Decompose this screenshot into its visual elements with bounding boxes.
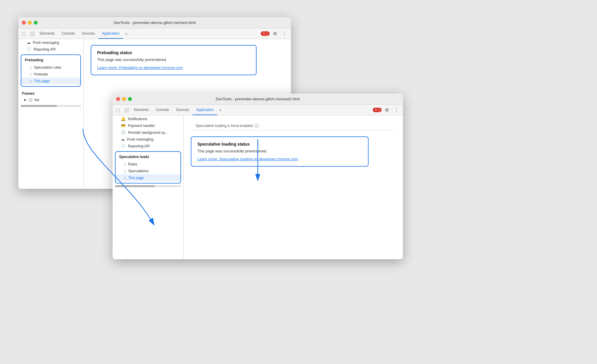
error-badge-2: ✕ 1 — [373, 108, 382, 112]
sidebar-scrollbar-thumb-1 — [21, 105, 57, 107]
tab-sources-2[interactable]: Sources — [172, 105, 193, 115]
overflow-btn-1[interactable]: » — [123, 28, 130, 39]
sidebar-item-payment-handler-2[interactable]: 💳 Payment handler — [113, 122, 183, 129]
info-icon-2: i — [255, 124, 259, 128]
device-tool-2[interactable]: ⬜ — [122, 105, 130, 115]
spec-status-title-2: Speculative loading status — [197, 142, 362, 146]
arrows-icon-spec-2: ↕ — [124, 169, 126, 173]
sidebar-2: 🔔 Notifications 💳 Payment handler 🕐 Peri… — [113, 115, 184, 259]
settings-icon-1[interactable]: ⚙ — [271, 30, 279, 38]
device-tool-1[interactable]: ⬜ — [28, 28, 36, 39]
more-icon-1[interactable]: ⋮ — [280, 30, 289, 38]
frames-header-1: Frames — [18, 90, 83, 97]
sidebar-item-reporting-api-2[interactable]: 📄 Reporting API — [113, 143, 183, 149]
sidebar-scrollbar-thumb-2 — [115, 185, 155, 187]
force-enabled-text-2: Speculative loading is force-enabled — [196, 124, 253, 128]
minimize-button-2[interactable] — [122, 97, 126, 101]
chevron-right-icon-1: ▶ — [24, 98, 26, 101]
tab-application-1[interactable]: Application — [98, 28, 123, 39]
sidebar-item-preloads-1[interactable]: ↕ Preloads — [21, 71, 80, 78]
cursor-tool-1[interactable]: ⬚ — [20, 28, 28, 39]
preloading-status-text-1: This page was successfully prerendered. — [97, 57, 250, 62]
sidebar-item-periodic-bg-2[interactable]: 🕐 Periodic background sy... — [113, 129, 183, 136]
sidebar-item-notifications-2[interactable]: 🔔 Notifications — [113, 115, 183, 122]
arrows-icon-sr-1: ↕ — [30, 65, 32, 70]
spec-loads-box-2: Speculative loads ↕ Rules ↕ Speculations… — [115, 151, 181, 183]
sidebar-item-push-messaging-1[interactable]: ☁ Push messaging — [18, 39, 83, 46]
tab-console-1[interactable]: Console — [58, 28, 78, 39]
tab-console-2[interactable]: Console — [152, 105, 172, 115]
arrows-icon-rules-2: ↕ — [124, 162, 126, 166]
payment-icon-2: 💳 — [121, 123, 126, 128]
more-icon-2[interactable]: ⋮ — [392, 106, 401, 114]
toolbar-right-1: ✕ 1 ⚙ ⋮ — [261, 28, 291, 39]
toolbar-1: ⬚ ⬜ Elements Console Sources Application… — [18, 28, 291, 39]
preloading-status-box-1: Preloading status This page was successf… — [91, 45, 257, 75]
frames-section-1: Frames ▶ ⬜ top — [18, 88, 83, 104]
tab-elements-1[interactable]: Elements — [36, 28, 58, 39]
doc-icon-1: 📄 — [27, 47, 31, 51]
settings-icon-2[interactable]: ⚙ — [383, 106, 391, 114]
sidebar-item-speculations-2[interactable]: ↕ Speculations — [116, 167, 180, 174]
toolbar-right-2: ✕ 1 ⚙ ⋮ — [373, 105, 403, 115]
spec-loads-label-2: Speculative loads — [116, 154, 180, 161]
arrows-icon-pl-1: ↕ — [30, 72, 32, 76]
arrows-icon-tp-1: ↕ — [30, 79, 32, 83]
preloading-status-link-1[interactable]: Learn more: Preloading on developer.chro… — [97, 65, 183, 70]
sidebar-item-speculation-rules-1[interactable]: ↕ Speculation rules — [21, 64, 80, 71]
spec-status-text-2: This page was successfully prerendered. — [197, 149, 362, 153]
tab-elements-2[interactable]: Elements — [130, 105, 152, 115]
preloading-box-1: Preloading ↕ Speculation rules ↕ Preload… — [21, 54, 81, 87]
main-panel-2: Speculative loading is force-enabled i S… — [184, 115, 403, 259]
sidebar-item-push-msg-2[interactable]: ☁ Push messaging — [113, 136, 183, 143]
doc-icon-2: 📄 — [121, 144, 126, 148]
sidebar-item-this-page-1[interactable]: ↕ This page — [21, 78, 80, 84]
sidebar-item-this-page-2[interactable]: ↕ This page — [116, 174, 180, 181]
preloading-status-title-1: Preloading status — [97, 50, 250, 55]
maximize-button-1[interactable] — [34, 21, 38, 25]
notif-icon-2: 🔔 — [121, 117, 126, 121]
window-controls-2 — [116, 97, 132, 101]
frames-top-1[interactable]: ▶ ⬜ top — [18, 97, 83, 103]
titlebar-1: DevTools - prerender-demos.glitch.me/nex… — [18, 17, 291, 28]
frame-folder-icon-1: ⬜ — [28, 98, 33, 102]
overflow-btn-2[interactable]: » — [217, 105, 224, 115]
error-badge-1: ✕ 1 — [261, 31, 270, 36]
devtools-content-2: 🔔 Notifications 💳 Payment handler 🕐 Peri… — [113, 115, 403, 259]
titlebar-2: DevTools - prerender-demos.glitch.me/nex… — [113, 94, 403, 105]
sidebar-scrollbar-1[interactable] — [21, 105, 81, 107]
tab-sources-1[interactable]: Sources — [78, 28, 98, 39]
toolbar-2: ⬚ ⬜ Elements Console Sources Application… — [113, 105, 403, 115]
error-count-1: 1 — [266, 32, 268, 36]
tab-application-2[interactable]: Application — [193, 105, 217, 115]
close-button-1[interactable] — [22, 21, 26, 25]
window-title-1: DevTools - prerender-demos.glitch.me/nex… — [114, 20, 196, 25]
spec-status-link-2[interactable]: Learn more: Speculative loading on devel… — [197, 157, 298, 161]
maximize-button-2[interactable] — [128, 97, 132, 101]
error-count-2: 1 — [378, 108, 380, 112]
push-icon-1: ☁ — [27, 40, 31, 45]
arrows-icon-tp-2: ↕ — [124, 175, 126, 180]
spec-loading-status-box-2: Speculative loading status This page was… — [191, 136, 369, 167]
close-button-2[interactable] — [116, 97, 120, 101]
sidebar-1: ☁ Push messaging 📄 Reporting API Preload… — [18, 39, 84, 189]
window-title-2: DevTools - prerender-demos.glitch.me/nex… — [216, 97, 300, 101]
preloading-label-1: Preloading — [21, 57, 80, 64]
minimize-button-1[interactable] — [28, 21, 32, 25]
push-icon-2: ☁ — [121, 137, 125, 141]
sidebar-item-rules-2[interactable]: ↕ Rules — [116, 161, 180, 167]
sidebar-scrollbar-2[interactable] — [115, 185, 181, 187]
sidebar-item-reporting-api-1[interactable]: 📄 Reporting API — [18, 46, 83, 53]
clock-icon-2: 🕐 — [121, 130, 126, 135]
devtools-window-2: DevTools - prerender-demos.glitch.me/nex… — [113, 94, 403, 259]
window-controls-1 — [22, 21, 38, 25]
force-enabled-bar-2: Speculative loading is force-enabled i — [191, 121, 396, 131]
cursor-tool-2[interactable]: ⬚ — [114, 105, 122, 115]
